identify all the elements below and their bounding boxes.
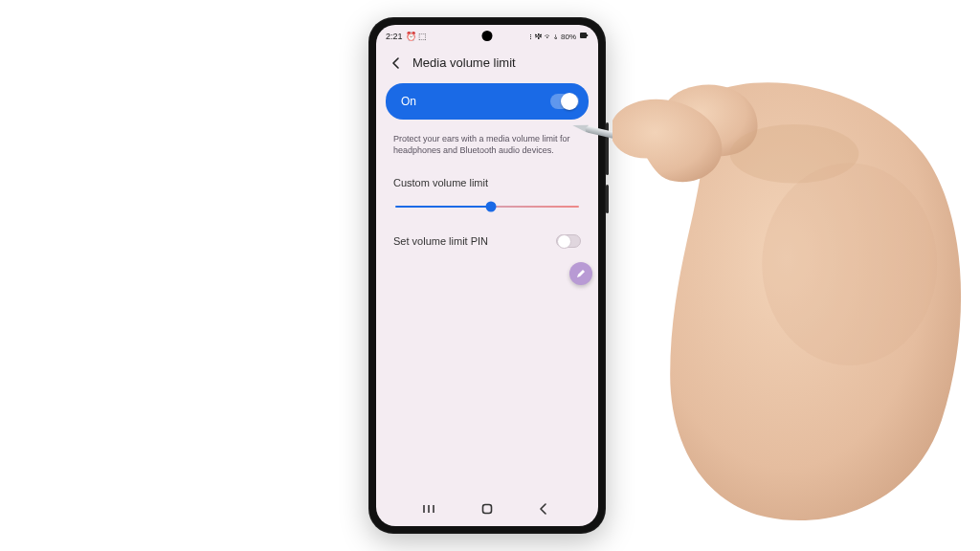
phone-frame: 2:21 ⏰ ⬚ ⋮ ✲ ᯤ ⫰ 80% Media volume limit … — [368, 17, 606, 534]
nav-recents-icon[interactable] — [422, 500, 439, 518]
nav-home-icon[interactable] — [479, 500, 496, 518]
description-text: Protect your ears with a media volume li… — [376, 123, 598, 167]
nav-back-icon[interactable] — [535, 500, 552, 518]
front-camera — [482, 31, 493, 41]
status-battery: 80% — [561, 33, 576, 41]
set-pin-label: Set volume limit PIN — [393, 235, 488, 247]
battery-icon — [579, 31, 589, 42]
status-time: 2:21 — [386, 32, 403, 41]
volume-rocker — [606, 122, 609, 175]
master-toggle-row[interactable]: On — [386, 83, 589, 120]
svg-rect-1 — [587, 34, 588, 36]
nav-bar — [376, 494, 598, 526]
screen: 2:21 ⏰ ⬚ ⋮ ✲ ᯤ ⫰ 80% Media volume limit … — [376, 25, 598, 526]
svg-rect-5 — [482, 505, 491, 514]
status-left-icons: ⏰ ⬚ — [406, 32, 428, 41]
set-pin-row[interactable]: Set volume limit PIN — [376, 221, 598, 261]
pin-toggle-knob — [557, 234, 571, 249]
app-bar: Media volume limit — [376, 48, 598, 79]
svg-rect-0 — [580, 33, 587, 38]
set-pin-toggle[interactable] — [556, 234, 581, 248]
back-icon[interactable] — [390, 56, 403, 70]
volume-limit-slider[interactable] — [395, 198, 579, 215]
svg-point-6 — [730, 124, 859, 184]
custom-volume-label: Custom volume limit — [393, 177, 581, 188]
master-toggle-label: On — [401, 95, 416, 108]
power-button — [606, 185, 609, 213]
status-right-icons: ⋮ ✲ ᯤ ⫰ — [528, 33, 558, 41]
slider-thumb[interactable] — [485, 202, 496, 212]
master-toggle-switch[interactable] — [550, 94, 579, 109]
hand — [612, 53, 976, 531]
page-title: Media volume limit — [412, 55, 516, 70]
toggle-knob — [561, 93, 578, 110]
edit-fab[interactable] — [569, 262, 592, 285]
svg-point-7 — [762, 163, 937, 365]
custom-volume-section: Custom volume limit — [376, 167, 598, 221]
